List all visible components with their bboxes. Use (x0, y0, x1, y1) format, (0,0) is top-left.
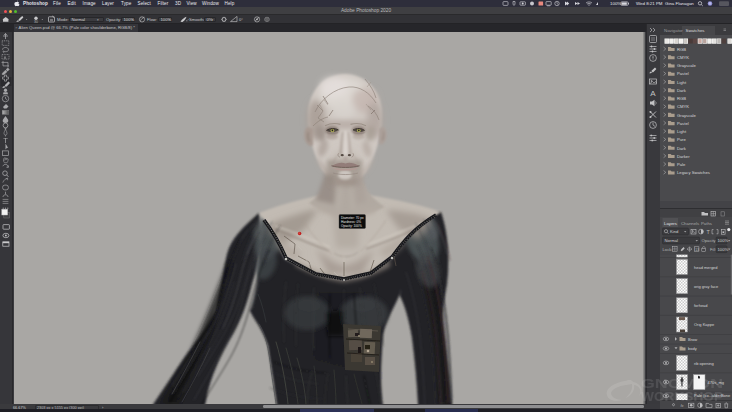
svg-text:Wed 8:21 PM: Wed 8:21 PM (636, 1, 663, 6)
svg-text:CMYK: CMYK (677, 104, 689, 109)
svg-text:Grayscale: Grayscale (677, 63, 697, 68)
svg-text:Darker: Darker (677, 154, 690, 159)
svg-text:Opacity: 100%: Opacity: 100% (341, 224, 362, 228)
svg-text:T: T (3, 136, 8, 145)
svg-text:Navigator: Navigator (664, 28, 683, 33)
svg-text:Fill:: Fill: (710, 247, 717, 252)
svg-text:Layers: Layers (664, 221, 677, 226)
svg-text:Pastel: Pastel (677, 71, 689, 76)
svg-text:Diameter: 70 px: Diameter: 70 px (341, 216, 364, 220)
svg-text:rib opening: rib opening (694, 361, 714, 366)
svg-text:Orig Kappe: Orig Kappe (694, 322, 715, 327)
svg-text:Normal: Normal (665, 238, 679, 243)
svg-text:Lock:: Lock: (663, 247, 673, 252)
svg-text:RGB: RGB (677, 96, 686, 101)
svg-text:Grayscale: Grayscale (677, 113, 697, 118)
svg-text:Legacy Swatches: Legacy Swatches (677, 170, 710, 175)
svg-text:0°: 0° (239, 17, 243, 22)
svg-text:13: 13 (695, 248, 699, 252)
svg-text:100%: 100% (610, 1, 621, 6)
svg-text:Dark: Dark (677, 146, 687, 151)
svg-text:forhead: forhead (694, 303, 708, 308)
svg-text:100%: 100% (718, 238, 729, 243)
svg-text:Light: Light (677, 80, 687, 85)
svg-text:Hardness: 0%: Hardness: 0% (341, 220, 361, 224)
svg-text:Swatches: Swatches (686, 28, 706, 33)
svg-text:Brow: Brow (688, 337, 697, 342)
svg-text:body: body (688, 346, 697, 351)
svg-text:Light: Light (677, 129, 687, 134)
svg-text:Paths: Paths (701, 221, 712, 226)
svg-text:Pale: Pale (677, 162, 686, 167)
svg-text:Opacity:: Opacity: (702, 238, 717, 243)
svg-text:Dark: Dark (677, 88, 687, 93)
svg-text:Channels: Channels (681, 221, 699, 226)
svg-text:Pale (co...ulderBone: Pale (co...ulderBone (694, 393, 731, 398)
svg-text:orig gray face: orig gray face (694, 284, 719, 289)
svg-text:head merged: head merged (694, 265, 718, 270)
svg-text:A: A (650, 89, 656, 98)
svg-text:Gina Flanagan: Gina Flanagan (665, 1, 694, 6)
svg-text:Kind: Kind (670, 229, 679, 234)
svg-text:RGB: RGB (677, 47, 686, 52)
svg-text:Pastel: Pastel (677, 121, 689, 126)
svg-text:100%: 100% (718, 247, 729, 252)
svg-text:Pure: Pure (677, 137, 687, 142)
svg-text:CMYK: CMYK (677, 55, 689, 60)
svg-text:470s_mg: 470s_mg (708, 380, 724, 385)
